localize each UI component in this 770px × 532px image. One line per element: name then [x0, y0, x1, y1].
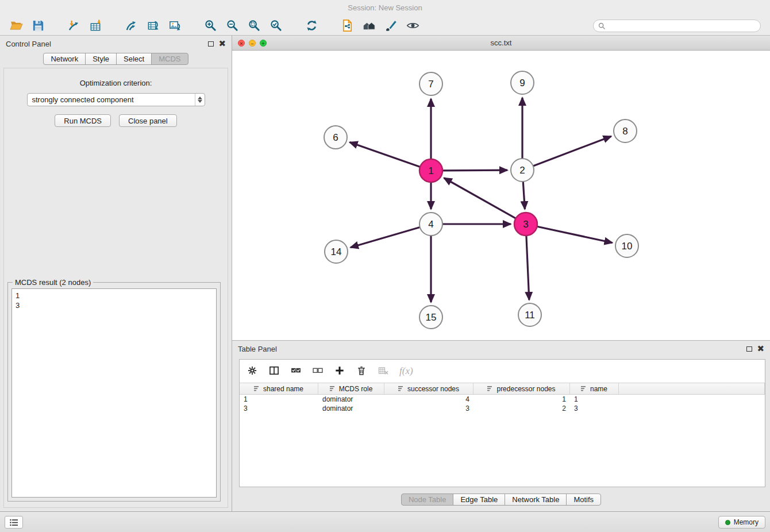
network-canvas[interactable]: 7968124314101511	[232, 51, 770, 340]
tab-mcds[interactable]: MCDS	[151, 53, 188, 65]
clone-network-button[interactable]	[338, 17, 356, 34]
network-window-titlebar[interactable]: × – + scc.txt	[232, 36, 770, 51]
import-network-icon	[67, 19, 80, 32]
memory-button[interactable]: Memory	[718, 516, 765, 529]
new-network-from-table-button[interactable]	[144, 17, 162, 34]
show-columns-button[interactable]	[268, 365, 280, 378]
refresh-view-button[interactable]	[302, 17, 321, 34]
first-neighbors-button[interactable]	[360, 17, 378, 34]
column-header-successor-nodes[interactable]: successor nodes	[384, 383, 473, 394]
graph-node-11[interactable]: 11	[518, 303, 541, 326]
graph-node-3[interactable]: 3	[514, 213, 537, 236]
table-settings-button[interactable]	[247, 365, 258, 378]
control-panel-header: Control Panel ✖	[0, 36, 232, 52]
mcds-result-list[interactable]: 1 3	[11, 288, 217, 498]
graph-edge-3-10[interactable]	[537, 226, 613, 242]
column-header-shared-name[interactable]: shared name	[240, 383, 318, 394]
graph-edge-4-14[interactable]	[351, 228, 420, 248]
network-window-title: scc.txt	[491, 38, 512, 47]
cell-shared-name[interactable]: 3	[240, 404, 318, 413]
new-network-button[interactable]	[122, 17, 140, 34]
tab-network[interactable]: Network	[43, 53, 86, 65]
zoom-out-button[interactable]	[223, 17, 241, 34]
graph-edge-1-6[interactable]	[350, 142, 421, 167]
cell-predecessor-nodes[interactable]: 2	[473, 404, 570, 413]
zoom-in-button[interactable]	[201, 17, 220, 34]
task-history-button[interactable]	[5, 516, 23, 529]
table-row[interactable]: 1 dominator 4 1 1	[240, 395, 765, 404]
table-row[interactable]: 3 dominator 3 2 3	[240, 404, 765, 413]
graph-node-15[interactable]: 15	[419, 306, 442, 329]
criterion-dropdown[interactable]: strongly connected component	[27, 93, 205, 106]
cell-mcds-role[interactable]: dominator	[318, 395, 384, 404]
graph-node-7[interactable]: 7	[419, 72, 442, 95]
mcds-result-groupbox: MCDS result (2 nodes) 1 3	[7, 282, 221, 502]
graph-edge-2-8[interactable]	[533, 136, 611, 166]
import-table-button[interactable]	[86, 17, 105, 34]
function-builder-button[interactable]: f(x)	[399, 365, 413, 377]
column-header-predecessor-nodes[interactable]: predecessor nodes	[473, 383, 570, 394]
graph-node-2[interactable]: 2	[511, 159, 534, 182]
close-table-panel-button[interactable]: ✖	[757, 346, 764, 352]
control-panel-tabs: Network Style Select MCDS	[0, 53, 232, 65]
graph-node-label: 1	[428, 165, 433, 176]
tab-edge-table[interactable]: Edge Table	[453, 494, 505, 506]
memory-label: Memory	[734, 518, 759, 526]
column-header-mcds-role[interactable]: MCDS role	[318, 383, 384, 394]
cell-successor-nodes[interactable]: 3	[384, 404, 473, 413]
graph-node-label: 15	[426, 312, 437, 323]
cell-name[interactable]: 3	[570, 404, 619, 413]
graph-node-label: 7	[428, 79, 433, 90]
tab-network-table[interactable]: Network Table	[505, 494, 567, 506]
apply-style-button[interactable]	[382, 17, 400, 34]
select-all-button[interactable]	[290, 365, 302, 378]
save-icon	[32, 19, 45, 32]
close-panel-button-mcds[interactable]: Close panel	[119, 114, 177, 127]
tab-node-table[interactable]: Node Table	[401, 494, 454, 506]
add-column-button[interactable]	[334, 365, 345, 378]
search-input[interactable]	[608, 22, 756, 30]
graph-node-1[interactable]: 1	[419, 159, 442, 182]
export-image-button[interactable]	[165, 17, 184, 34]
minimize-window-button[interactable]: –	[249, 40, 256, 47]
open-file-button[interactable]	[7, 17, 25, 34]
close-window-button[interactable]: ×	[238, 40, 245, 47]
graph-edge-1-2[interactable]	[442, 170, 507, 171]
run-mcds-button[interactable]: Run MCDS	[55, 114, 111, 127]
graph-node-10[interactable]: 10	[615, 234, 638, 257]
graph-node-6[interactable]: 6	[324, 126, 347, 149]
float-icon	[208, 41, 214, 47]
tab-motifs[interactable]: Motifs	[566, 494, 601, 506]
maximize-window-button[interactable]: +	[260, 40, 267, 47]
float-panel-button[interactable]	[208, 40, 214, 48]
save-session-button[interactable]	[29, 17, 47, 34]
delete-column-button[interactable]	[356, 365, 367, 378]
graph-edge-3-11[interactable]	[526, 236, 529, 300]
graph-edge-2-3[interactable]	[523, 182, 525, 209]
cell-name[interactable]: 1	[570, 395, 619, 404]
zoom-fit-button[interactable]	[245, 17, 263, 34]
delete-table-button[interactable]	[378, 365, 389, 378]
graph-node-9[interactable]: 9	[511, 71, 534, 94]
zoom-selected-button[interactable]	[267, 17, 285, 34]
sort-icon	[398, 385, 405, 392]
cell-successor-nodes[interactable]: 4	[384, 395, 473, 404]
tab-style[interactable]: Style	[85, 53, 117, 65]
search-field[interactable]	[593, 20, 761, 32]
titlebar: Session: New Session	[0, 0, 770, 16]
show-hide-button[interactable]	[403, 17, 422, 34]
network-view[interactable]: 7968124314101511	[232, 51, 770, 340]
column-header-name[interactable]: name	[570, 383, 619, 394]
graph-node-4[interactable]: 4	[419, 213, 442, 236]
tab-select[interactable]: Select	[116, 53, 152, 65]
graph-edge-3-1[interactable]	[444, 178, 516, 218]
deselect-all-button[interactable]	[312, 365, 324, 378]
import-network-button[interactable]	[64, 17, 83, 34]
cell-predecessor-nodes[interactable]: 1	[473, 395, 570, 404]
close-panel-button[interactable]: ✖	[218, 41, 226, 47]
cell-mcds-role[interactable]: dominator	[318, 404, 384, 413]
graph-node-8[interactable]: 8	[614, 119, 637, 142]
graph-node-14[interactable]: 14	[325, 240, 348, 263]
float-table-panel-button[interactable]	[746, 345, 752, 353]
cell-shared-name[interactable]: 1	[240, 395, 318, 404]
